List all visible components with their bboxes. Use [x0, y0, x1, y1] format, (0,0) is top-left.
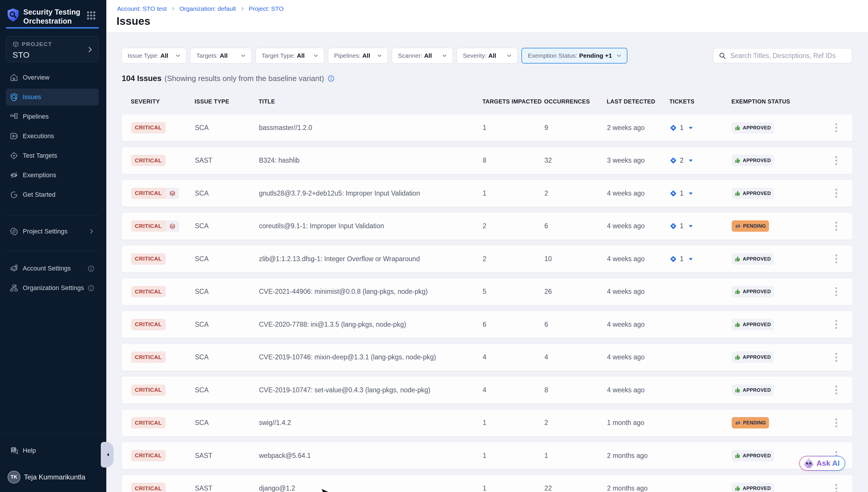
sidebar-item-label: Organization Settings [23, 284, 84, 292]
kebab-icon [835, 254, 838, 264]
targets-impacted-cell-text: 1 [483, 124, 486, 132]
row-menu-button[interactable] [827, 344, 845, 371]
table-row[interactable]: CRITICALSCACVE-2020-7788: ini@1.3.5 (lan… [122, 311, 853, 338]
ticket-group[interactable]: 1 [669, 222, 693, 230]
severity-badge: CRITICAL [131, 351, 166, 363]
app-grid-icon[interactable] [86, 10, 96, 20]
sidebar-item-help[interactable]: ? Help [6, 442, 99, 459]
table-row[interactable]: CRITICALSCACVE-2019-10746: mixin-deep@1.… [122, 344, 853, 371]
table-row[interactable]: CRITICALSASTB324: hashlib8323 weeks ago2… [122, 147, 853, 174]
issue-type-cell: SCA [195, 344, 209, 371]
info-icon[interactable] [327, 75, 335, 82]
row-menu-button[interactable] [827, 180, 845, 207]
table-row[interactable]: CRITICALSCAzlib@1:1.2.13.dfsg-1: Integer… [122, 245, 853, 272]
severity-cell: CRITICAL [131, 311, 166, 338]
occurrences-cell-text: 32 [544, 156, 552, 164]
filter-exemption-status-dropdown[interactable]: Exemption Status: Pending +1 [521, 48, 627, 64]
table-row[interactable]: CRITICALSCAcoreutils@9.1-1: Improper Inp… [122, 213, 853, 240]
ticket-group[interactable]: 1 [669, 124, 693, 132]
occurrences-cell: 22 [544, 475, 552, 492]
sidebar-item-issues[interactable]: Issues [6, 89, 99, 105]
occurrences-cell: 9 [544, 114, 548, 141]
caret-down-icon[interactable] [689, 191, 693, 196]
sidebar: Security Testing Orchestration PROJECT S… [0, 0, 106, 492]
sidebar-item-exemptions[interactable]: Exemptions [6, 167, 99, 183]
row-menu-button[interactable] [827, 410, 845, 436]
row-menu-button[interactable] [827, 147, 845, 174]
targets-impacted-cell: 5 [483, 278, 486, 305]
filter-text: Scanner: All [398, 52, 432, 59]
title-cell: zlib@1:1.2.13.dfsg-1: Integer Overflow o… [259, 245, 420, 272]
layers-icon [169, 223, 176, 229]
tickets-cell: 1 [669, 114, 693, 141]
row-menu-button[interactable] [827, 475, 845, 492]
breadcrumb-link[interactable]: Account: STO test [117, 5, 166, 12]
sidebar-item-organization-settings[interactable]: Organization Settings [6, 279, 99, 296]
filter-scanner-dropdown[interactable]: Scanner: All [392, 48, 453, 64]
table-row[interactable]: CRITICALSCAswig//1.4.2121 month agoPENDI… [122, 409, 853, 437]
sidebar-item-executions[interactable]: Executions [6, 128, 99, 145]
breadcrumb-link[interactable]: Organization: default [179, 5, 236, 12]
table-row[interactable]: CRITICALSASTdjango@1.21222 months agoAPP… [122, 475, 853, 492]
ticket-group[interactable]: 2 [669, 156, 693, 164]
sidebar-item-overview[interactable]: Overview [6, 69, 99, 86]
exemption-status-cell: APPROVED [732, 311, 774, 338]
table-row[interactable]: CRITICALSCACVE-2021-44906: minimist@0.0.… [122, 278, 853, 305]
tickets-cell: 1 [669, 213, 693, 240]
table-header: SEVERITYISSUE TYPETITLETARGETS IMPACTEDO… [122, 98, 853, 106]
title-cell: coreutils@9.1-1: Improper Input Validati… [259, 213, 384, 240]
exemption-status-cell: APPROVED [732, 344, 774, 371]
sidebar-item-project-settings[interactable]: Project Settings [6, 223, 99, 240]
info-icon[interactable] [87, 285, 95, 292]
sidebar-item-get-started[interactable]: Get Started [6, 186, 99, 203]
filter-targets-dropdown[interactable]: Targets: All [190, 48, 252, 64]
table-row[interactable]: CRITICALSCAbassmaster//1.2.0192 weeks ag… [122, 114, 853, 141]
last-detected-cell-text: 2 months ago [607, 485, 648, 492]
ticket-group[interactable]: 1 [669, 190, 693, 197]
sidebar-collapse-button[interactable] [101, 442, 113, 468]
user-menu[interactable]: TK Teja Kummarikuntla [6, 468, 99, 486]
breadcrumb-link[interactable]: Project: STO [249, 5, 284, 12]
caret-down-icon[interactable] [689, 158, 693, 163]
targets-impacted-cell-text: 1 [483, 485, 486, 492]
filter-pipelines-dropdown[interactable]: Pipelines: All [328, 48, 388, 64]
title-cell-text: webpack@5.64.1 [259, 452, 311, 460]
exemption-status-cell: PENDING [732, 410, 769, 436]
last-detected-cell-text: 4 weeks ago [607, 222, 645, 230]
project-selector[interactable]: PROJECT STO [6, 36, 99, 63]
table-row[interactable]: CRITICALSCACVE-2019-10747: set-value@0.4… [122, 376, 853, 404]
caret-down-icon[interactable] [689, 257, 693, 261]
row-menu-button[interactable] [827, 311, 845, 338]
filter-issue-type-dropdown[interactable]: Issue Type: All [122, 48, 186, 64]
sidebar-item-test-targets[interactable]: Test Targets [6, 147, 99, 164]
table-row[interactable]: CRITICALSCAgnutls28@3.7.9-2+deb12u5: Imp… [122, 179, 853, 207]
ask-ai-button[interactable]: Ask AI [799, 456, 845, 471]
last-detected-cell: 4 weeks ago [607, 180, 645, 207]
kebab-icon [835, 123, 838, 132]
page-title: Issues [116, 15, 150, 27]
thumbs-up-icon [735, 157, 741, 164]
row-menu-button[interactable] [827, 213, 845, 240]
exemption-status-cell: APPROVED [732, 147, 774, 174]
row-menu-button[interactable] [827, 245, 845, 272]
occurrences-cell-text: 9 [544, 124, 548, 132]
sidebar-item-pipelines[interactable]: Pipelines [6, 108, 99, 125]
stacked-layers-badge [166, 188, 179, 199]
severity-label: CRITICAL [131, 253, 166, 265]
caret-down-icon[interactable] [689, 224, 693, 228]
filter-severity-dropdown[interactable]: Severity: All [457, 48, 518, 64]
row-menu-button[interactable] [827, 278, 845, 305]
row-menu-button[interactable] [827, 376, 845, 403]
row-menu-button[interactable] [827, 114, 845, 141]
caret-down-icon[interactable] [689, 126, 693, 130]
sidebar-item-account-settings[interactable]: Account Settings [6, 260, 99, 277]
table-row[interactable]: CRITICALSASTwebpack@5.64.1112 months ago… [122, 442, 853, 469]
ticket-group[interactable]: 1 [669, 255, 693, 263]
last-detected-cell-text: 2 weeks ago [607, 124, 645, 132]
filter-target-type-dropdown[interactable]: Target Type: All [256, 48, 324, 64]
info-icon[interactable] [87, 265, 95, 272]
search-input[interactable] [730, 52, 847, 60]
exemption-status-badge: APPROVED [732, 450, 774, 461]
sidebar-item-label: Executions [23, 132, 54, 140]
filter-text: Issue Type: All [128, 52, 168, 59]
